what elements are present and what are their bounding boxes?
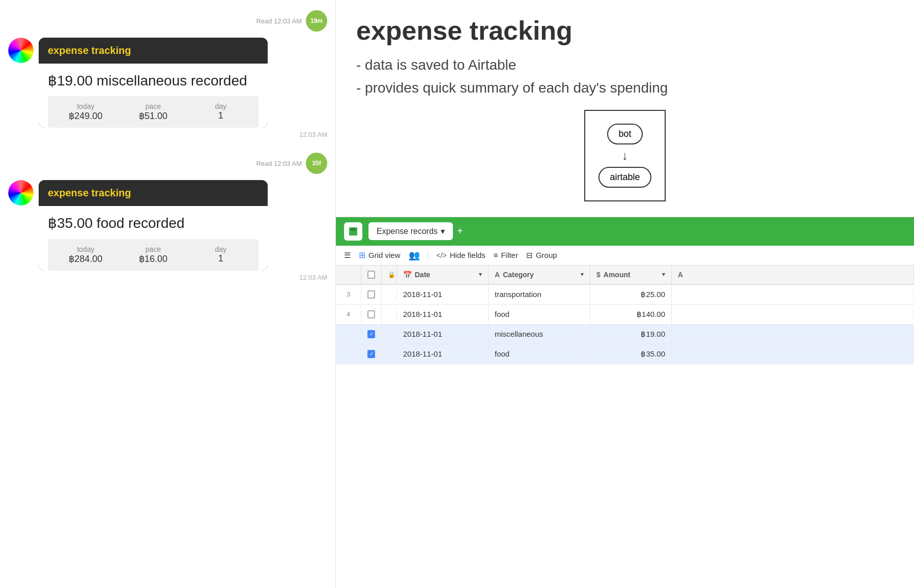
stat-day-label-1: day — [187, 102, 254, 110]
expense-stats-2: today ฿284.00 pace ฿16.00 day 1 — [48, 239, 259, 271]
expense-records-tab[interactable]: Expense records ▾ — [368, 222, 453, 240]
diagram-arrow: ↓ — [622, 150, 628, 162]
td-date-1: 2018-11-01 — [397, 285, 489, 304]
row-checkbox-1[interactable] — [367, 290, 375, 299]
stat-pace-value-1: ฿51.00 — [120, 110, 187, 122]
airtable-toolbar: ☰ ⊞ Grid view 👥 </> Hide fields ≡ Filter… — [336, 246, 914, 266]
table-header: 🔒 📅 Date ▾ A Category ▾ $ Amount ▾ — [336, 266, 914, 285]
cat-icon: A — [495, 271, 500, 279]
airtable-logo — [344, 222, 362, 241]
avatar-1 — [8, 38, 34, 63]
row-checkbox-4[interactable]: ✓ — [367, 350, 375, 358]
diagram-node-bot: bot — [607, 124, 642, 144]
time-badge-1: 19m — [306, 10, 327, 32]
date-col-label: Date — [415, 271, 430, 279]
filter-label: Filter — [501, 251, 518, 259]
svg-rect-0 — [349, 231, 357, 236]
amount-col-chevron: ▾ — [662, 271, 665, 278]
diagram-node-airtable: airtable — [598, 167, 651, 188]
add-tab-button[interactable]: + — [457, 225, 463, 237]
grid-view-button[interactable]: ⊞ Grid view — [359, 250, 401, 260]
extra-icon: A — [678, 271, 683, 279]
stat-day-label-2: day — [187, 245, 254, 253]
td-lock-4 — [382, 349, 397, 359]
table-row-2[interactable]: 4 2018-11-01 food ฿140.00 — [336, 305, 914, 325]
td-checkbox-3[interactable]: ✓ — [361, 325, 382, 343]
date-col-chevron: ▾ — [479, 271, 482, 278]
read-timestamp-2: Read 12:03 AM 35f — [8, 153, 327, 174]
th-lock: 🔒 — [382, 266, 397, 284]
td-category-2: food — [489, 305, 590, 324]
stat-today-label-1: today — [52, 102, 120, 110]
table-row-4[interactable]: ✓ 2018-11-01 food ฿35.00 — [336, 344, 914, 364]
message-time-2: 12:03 AM — [39, 274, 327, 281]
th-category[interactable]: A Category ▾ — [489, 266, 590, 284]
diagram-container: bot ↓ airtable — [356, 110, 894, 201]
description-panel: expense tracking data is saved to Airtab… — [336, 0, 914, 217]
table-row-3[interactable]: ✓ 2018-11-01 miscellaneous ฿19.00 — [336, 325, 914, 344]
td-extra-3 — [672, 329, 914, 339]
read-text-1: Read 12:03 AM — [256, 17, 302, 25]
row-checkbox-3[interactable]: ✓ — [367, 330, 375, 338]
th-date[interactable]: 📅 Date ▾ — [397, 266, 489, 284]
expense-stats-1: today ฿249.00 pace ฿51.00 day 1 — [48, 96, 259, 128]
grid-view-icon: ⊞ — [359, 250, 365, 260]
td-category-1: transportation — [489, 285, 590, 304]
group-button[interactable]: ⊟ Group — [526, 251, 557, 260]
expense-card-2: expense tracking ฿35.00 food recorded to… — [39, 180, 268, 270]
expense-card-title-2: expense tracking — [48, 187, 131, 198]
td-amount-4: ฿35.00 — [590, 344, 672, 364]
chat-messages: Read 12:03 AM 19m expense tracking ฿19.0… — [0, 0, 335, 588]
menu-button[interactable]: ☰ — [344, 251, 351, 260]
th-extra[interactable]: A — [672, 266, 914, 284]
people-icon: 👥 — [409, 250, 420, 261]
stat-day-1: day 1 — [187, 102, 254, 122]
airtable-table: 🔒 📅 Date ▾ A Category ▾ $ Amount ▾ — [336, 266, 914, 588]
message-row-2: expense tracking ฿35.00 food recorded to… — [8, 180, 327, 289]
td-rownum-3 — [336, 329, 361, 339]
stat-today-2: today ฿284.00 — [52, 245, 120, 264]
td-checkbox-2[interactable] — [361, 305, 382, 324]
avatar-image-2 — [8, 180, 34, 205]
chat-panel: Read 12:03 AM 19m expense tracking ฿19.0… — [0, 0, 336, 588]
read-timestamp-1: Read 12:03 AM 19m — [8, 10, 327, 32]
expense-card-header-1: expense tracking — [39, 38, 268, 64]
hide-icon: </> — [437, 251, 447, 259]
table-row-1[interactable]: 3 2018-11-01 transportation ฿25.00 — [336, 285, 914, 305]
td-extra-1 — [672, 289, 914, 300]
expense-amount-1: ฿19.00 miscellaneous recorded — [48, 72, 259, 90]
stat-pace-value-2: ฿16.00 — [120, 253, 187, 264]
cat-col-label: Category — [503, 271, 534, 279]
td-checkbox-4[interactable]: ✓ — [361, 345, 382, 363]
lock-icon: 🔒 — [388, 271, 395, 278]
stat-today-value-1: ฿249.00 — [52, 110, 120, 122]
td-lock-1 — [382, 289, 397, 300]
amount-col-label: Amount — [604, 271, 631, 279]
stat-pace-2: pace ฿16.00 — [120, 245, 187, 264]
expense-card-body-1: ฿19.00 miscellaneous recorded today ฿249… — [39, 64, 268, 128]
th-amount[interactable]: $ Amount ▾ — [590, 266, 672, 284]
filter-button[interactable]: ≡ Filter — [494, 251, 518, 259]
td-category-4: food — [489, 344, 590, 363]
td-lock-3 — [382, 329, 397, 339]
grid-view-label: Grid view — [368, 251, 401, 259]
td-date-2: 2018-11-01 — [397, 305, 489, 324]
cat-col-chevron: ▾ — [581, 271, 584, 278]
date-icon: 📅 — [403, 271, 412, 279]
menu-icon: ☰ — [344, 251, 351, 260]
tab-chevron: ▾ — [441, 226, 445, 236]
td-amount-3: ฿19.00 — [590, 325, 672, 344]
description-point-2: provides quick summary of each day's spe… — [356, 77, 894, 100]
td-lock-2 — [382, 309, 397, 319]
header-checkbox[interactable] — [367, 271, 375, 279]
description-point-1: data is saved to Airtable — [356, 54, 894, 77]
td-date-4: 2018-11-01 — [397, 344, 489, 363]
airtable-topbar: Expense records ▾ + — [336, 217, 914, 246]
td-rownum-2: 4 — [336, 305, 361, 323]
stat-pace-1: pace ฿51.00 — [120, 102, 187, 122]
filter-icon: ≡ — [494, 251, 498, 259]
message-time-1: 12:03 AM — [39, 131, 327, 138]
hide-fields-button[interactable]: </> Hide fields — [437, 251, 485, 259]
row-checkbox-2[interactable] — [367, 310, 375, 318]
td-checkbox-1[interactable] — [361, 285, 382, 304]
